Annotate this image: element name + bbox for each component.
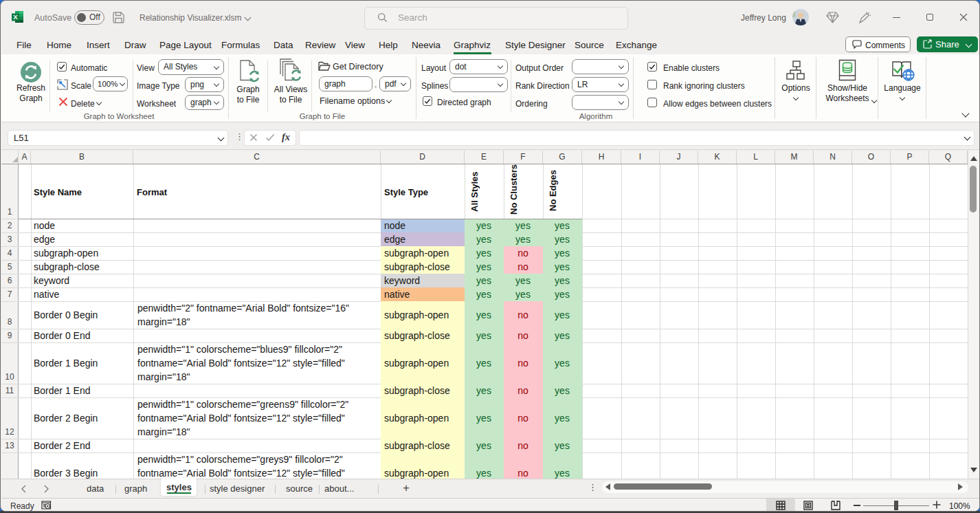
svg-text:X: X bbox=[13, 13, 18, 21]
